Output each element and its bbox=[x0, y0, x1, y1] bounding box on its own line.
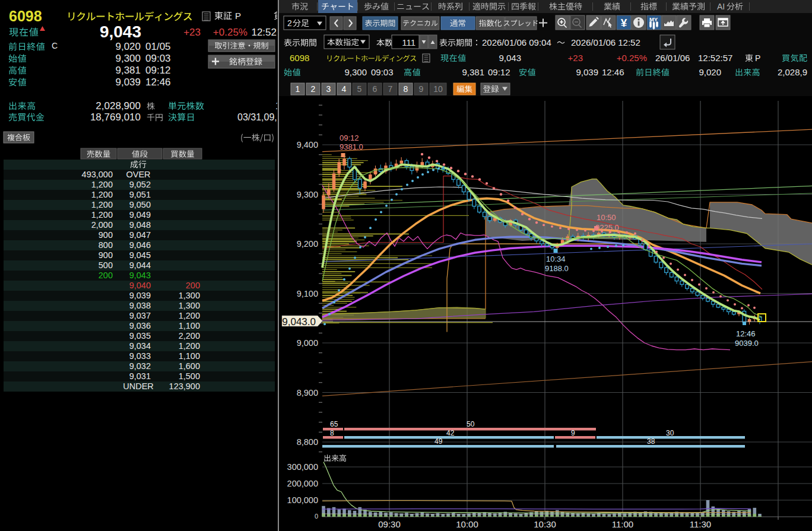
svg-text:900: 900 bbox=[99, 230, 113, 240]
svg-text:6: 6 bbox=[373, 84, 378, 94]
svg-text:9,046: 9,046 bbox=[129, 240, 151, 250]
svg-text:493,000: 493,000 bbox=[82, 170, 113, 179]
svg-text:P: P bbox=[755, 53, 760, 63]
svg-text:09:12: 09:12 bbox=[145, 65, 171, 76]
svg-text:9,047: 9,047 bbox=[129, 230, 151, 240]
svg-text:+23: +23 bbox=[183, 27, 201, 38]
svg-text:38: 38 bbox=[647, 437, 655, 446]
svg-text:9,300: 9,300 bbox=[344, 67, 367, 77]
svg-text:1: 1 bbox=[296, 84, 300, 94]
svg-text:9,381: 9,381 bbox=[462, 67, 484, 77]
svg-text:12:46: 12:46 bbox=[145, 77, 171, 88]
svg-text:9,039: 9,039 bbox=[129, 291, 151, 300]
svg-text:1,100: 1,100 bbox=[179, 321, 200, 330]
svg-text:18,769,010: 18,769,010 bbox=[90, 112, 141, 123]
svg-text:9,100: 9,100 bbox=[297, 289, 318, 298]
svg-text:9,381: 9,381 bbox=[115, 65, 141, 76]
svg-text:65: 65 bbox=[330, 420, 338, 428]
svg-text:9,000: 9,000 bbox=[297, 338, 318, 348]
svg-text:1,600: 1,600 bbox=[179, 361, 200, 371]
svg-text:9225.0: 9225.0 bbox=[595, 223, 619, 232]
svg-text:3: 3 bbox=[326, 84, 331, 94]
svg-text:200,000: 200,000 bbox=[287, 479, 318, 488]
svg-text:9,051: 9,051 bbox=[129, 190, 151, 199]
svg-text:8: 8 bbox=[404, 84, 408, 94]
svg-text:09:12: 09:12 bbox=[340, 133, 359, 142]
svg-text:500: 500 bbox=[99, 260, 113, 270]
svg-text:11:30: 11:30 bbox=[690, 519, 711, 529]
svg-text:9,048: 9,048 bbox=[129, 220, 151, 230]
svg-text:200: 200 bbox=[186, 281, 200, 290]
svg-text:1,500: 1,500 bbox=[179, 371, 200, 381]
svg-text:9,045: 9,045 bbox=[129, 250, 151, 260]
svg-text:8,800: 8,800 bbox=[297, 437, 318, 447]
svg-text:2026/01/06 09:04: 2026/01/06 09:04 bbox=[482, 37, 551, 47]
svg-text:2026/01/06 12:52: 2026/01/06 12:52 bbox=[571, 37, 640, 47]
svg-text:AI: AI bbox=[717, 2, 725, 11]
svg-text:12:52: 12:52 bbox=[251, 27, 277, 38]
svg-text:UNDER: UNDER bbox=[123, 381, 154, 391]
svg-text:5: 5 bbox=[357, 84, 362, 94]
svg-text:9,031: 9,031 bbox=[129, 371, 151, 381]
svg-text:8,900: 8,900 bbox=[297, 388, 318, 398]
svg-text:9,033: 9,033 bbox=[129, 351, 151, 361]
svg-text:¥: ¥ bbox=[621, 17, 627, 29]
svg-text:9,035: 9,035 bbox=[129, 331, 151, 341]
svg-text:123,900: 123,900 bbox=[169, 381, 200, 391]
svg-text:C: C bbox=[52, 41, 58, 50]
svg-text:30: 30 bbox=[666, 429, 674, 437]
svg-text:+0.25%: +0.25% bbox=[213, 27, 248, 38]
svg-text:9381.0: 9381.0 bbox=[340, 142, 363, 151]
svg-text:42: 42 bbox=[446, 429, 455, 437]
svg-text:9,200: 9,200 bbox=[297, 239, 318, 249]
svg-text:9,043: 9,043 bbox=[100, 23, 141, 41]
svg-text:1,100: 1,100 bbox=[179, 351, 200, 361]
svg-text:1,200: 1,200 bbox=[91, 190, 113, 199]
svg-text:9: 9 bbox=[419, 84, 424, 94]
svg-text:9,039: 9,039 bbox=[115, 77, 141, 88]
svg-text:2,028,9: 2,028,9 bbox=[778, 67, 807, 77]
svg-text:100,000: 100,000 bbox=[287, 495, 318, 505]
svg-text:1,300: 1,300 bbox=[179, 301, 200, 310]
svg-text:09:12: 09:12 bbox=[488, 67, 510, 77]
svg-text:9,038: 9,038 bbox=[129, 301, 151, 310]
svg-text:9,020: 9,020 bbox=[699, 67, 721, 77]
svg-text:300,000: 300,000 bbox=[287, 462, 318, 472]
svg-text:4: 4 bbox=[342, 84, 347, 94]
svg-text:09:03: 09:03 bbox=[371, 67, 394, 77]
svg-text:01/05: 01/05 bbox=[145, 41, 171, 52]
svg-text:12:52:57: 12:52:57 bbox=[698, 53, 732, 63]
svg-text:9,043.0: 9,043.0 bbox=[282, 316, 316, 327]
svg-text:9,020: 9,020 bbox=[115, 41, 141, 52]
svg-text:1,200: 1,200 bbox=[179, 341, 200, 351]
svg-text:9,032: 9,032 bbox=[129, 361, 151, 371]
svg-text:1,200: 1,200 bbox=[91, 210, 113, 220]
svg-text:+23: +23 bbox=[568, 53, 583, 63]
svg-text:9,300: 9,300 bbox=[297, 190, 318, 199]
svg-text:9,049: 9,049 bbox=[129, 210, 151, 220]
svg-text:9,044: 9,044 bbox=[129, 260, 151, 270]
svg-text:P: P bbox=[235, 11, 241, 21]
svg-text:900: 900 bbox=[99, 250, 113, 260]
svg-text:0: 0 bbox=[315, 513, 318, 520]
svg-text:9,050: 9,050 bbox=[129, 200, 151, 209]
svg-text:50: 50 bbox=[467, 420, 475, 428]
svg-text:10:50: 10:50 bbox=[597, 213, 616, 222]
svg-text:1,200: 1,200 bbox=[91, 200, 113, 209]
svg-text:9,034: 9,034 bbox=[129, 341, 151, 351]
svg-text:6098: 6098 bbox=[290, 53, 309, 63]
svg-text:9,037: 9,037 bbox=[129, 311, 151, 320]
svg-text:26/01/06: 26/01/06 bbox=[655, 53, 690, 63]
svg-text:10: 10 bbox=[433, 84, 443, 94]
svg-text:10:00: 10:00 bbox=[456, 519, 478, 529]
svg-text:1,200: 1,200 bbox=[179, 311, 200, 320]
svg-text:11:00: 11:00 bbox=[612, 519, 633, 529]
svg-text:9,040: 9,040 bbox=[129, 281, 151, 290]
svg-text:2,000: 2,000 bbox=[91, 220, 113, 230]
svg-text:9: 9 bbox=[571, 429, 575, 437]
svg-text:9,043: 9,043 bbox=[129, 271, 151, 280]
svg-text:12:46: 12:46 bbox=[602, 67, 624, 77]
svg-text:6098: 6098 bbox=[9, 8, 42, 24]
svg-text:9039.0: 9039.0 bbox=[735, 339, 759, 348]
svg-text:7: 7 bbox=[388, 84, 393, 94]
